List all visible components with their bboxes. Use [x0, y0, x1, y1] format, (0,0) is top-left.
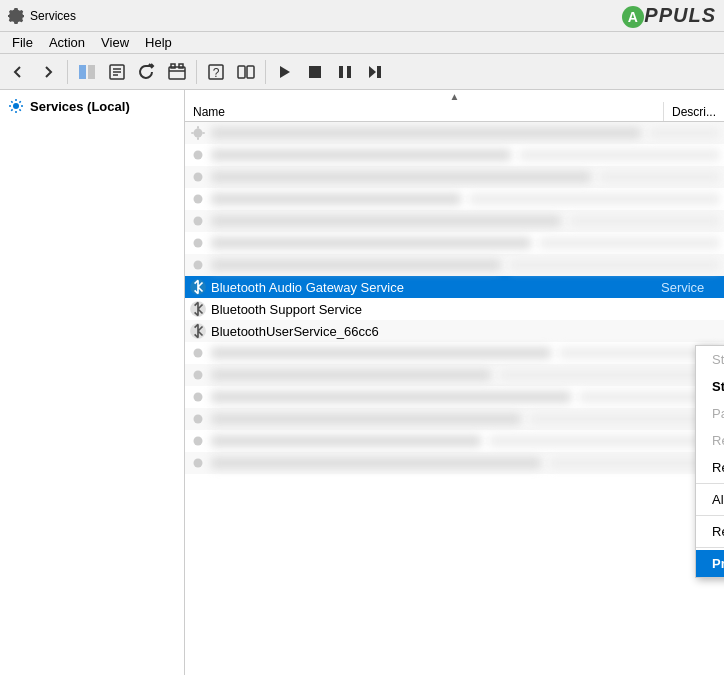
table-row[interactable] [185, 210, 724, 232]
toolbar-refresh[interactable] [133, 58, 161, 86]
context-menu-restart[interactable]: Restart [696, 454, 724, 481]
menu-action[interactable]: Action [41, 33, 93, 52]
svg-rect-7 [171, 64, 175, 68]
toolbar-properties[interactable] [103, 58, 131, 86]
appuls-logo: APPULS [622, 4, 716, 28]
toolbar-show-hide[interactable] [73, 58, 101, 86]
table-row[interactable] [185, 232, 724, 254]
svg-point-20 [13, 103, 19, 109]
svg-marker-14 [280, 66, 290, 78]
svg-point-27 [194, 261, 203, 270]
table-row-bluetooth-user[interactable]: BluetoothUserService_66cc6 [185, 320, 724, 342]
context-menu-start[interactable]: Start [696, 346, 724, 373]
svg-rect-17 [347, 66, 351, 78]
context-menu: Start Stop Pause Resume Restart All Task… [695, 345, 724, 578]
main-layout: Services (Local) ▲ Name Descri... [0, 90, 724, 675]
table-row[interactable] [185, 408, 724, 430]
svg-text:?: ? [213, 66, 220, 80]
bluetooth-support-name: Bluetooth Support Service [211, 302, 661, 317]
svg-point-33 [194, 393, 203, 402]
svg-point-26 [194, 239, 203, 248]
svg-rect-6 [169, 67, 185, 79]
context-menu-stop[interactable]: Stop [696, 373, 724, 400]
toolbar-stop-service[interactable] [301, 58, 329, 86]
svg-rect-12 [238, 66, 245, 78]
svg-point-25 [194, 217, 203, 226]
svg-rect-15 [309, 66, 321, 78]
bluetooth-audio-desc: Service [661, 280, 720, 295]
table-row-bluetooth-support[interactable]: Bluetooth Support Service [185, 298, 724, 320]
column-description[interactable]: Descri... [664, 102, 724, 121]
menu-view[interactable]: View [93, 33, 137, 52]
context-menu-sep-3 [696, 547, 724, 548]
services-local-label: Services (Local) [30, 99, 130, 114]
table-row[interactable] [185, 364, 724, 386]
services-local-item[interactable]: Services (Local) [0, 94, 184, 118]
svg-point-31 [194, 349, 203, 358]
table-row[interactable] [185, 254, 724, 276]
table-row[interactable] [185, 386, 724, 408]
svg-point-32 [194, 371, 203, 380]
svg-point-36 [194, 459, 203, 468]
context-menu-properties[interactable]: Properties [696, 550, 724, 577]
toolbar-forward[interactable] [34, 58, 62, 86]
toolbar-help[interactable]: ? [202, 58, 230, 86]
toolbar-restart-service[interactable] [361, 58, 389, 86]
svg-point-21 [194, 129, 203, 138]
context-menu-pause[interactable]: Pause [696, 400, 724, 427]
table-header: Name Descri... [185, 102, 724, 122]
table-row[interactable] [185, 342, 724, 364]
toolbar-sep-3 [265, 60, 266, 84]
menu-help[interactable]: Help [137, 33, 180, 52]
svg-point-22 [194, 151, 203, 160]
column-name[interactable]: Name [185, 102, 664, 121]
svg-rect-8 [179, 64, 183, 68]
services-list: Bluetooth Audio Gateway Service Service … [185, 122, 724, 675]
toolbar: ? [0, 54, 724, 90]
title-bar: Services APPULS [0, 0, 724, 32]
title-bar-text: Services [30, 9, 76, 23]
toolbar-export[interactable] [163, 58, 191, 86]
table-row[interactable] [185, 144, 724, 166]
svg-point-34 [194, 415, 203, 424]
svg-rect-0 [79, 65, 86, 79]
toolbar-sep-1 [67, 60, 68, 84]
table-row[interactable] [185, 452, 724, 474]
svg-rect-19 [377, 66, 381, 78]
table-row[interactable] [185, 188, 724, 210]
table-row[interactable] [185, 122, 724, 144]
right-panel: ▲ Name Descri... [185, 90, 724, 675]
svg-rect-13 [247, 66, 254, 78]
toolbar-start-service[interactable] [271, 58, 299, 86]
bluetooth-audio-name: Bluetooth Audio Gateway Service [211, 280, 661, 295]
table-row[interactable] [185, 430, 724, 452]
svg-rect-1 [88, 65, 95, 79]
toolbar-sep-2 [196, 60, 197, 84]
services-local-icon [8, 98, 24, 114]
table-row-bluetooth-audio[interactable]: Bluetooth Audio Gateway Service Service [185, 276, 724, 298]
menu-file[interactable]: File [4, 33, 41, 52]
table-row[interactable] [185, 166, 724, 188]
context-menu-refresh[interactable]: Refresh [696, 518, 724, 545]
app-icon [8, 8, 24, 24]
toolbar-pause-service[interactable] [331, 58, 359, 86]
svg-point-23 [194, 173, 203, 182]
svg-point-24 [194, 195, 203, 204]
toolbar-mmc[interactable] [232, 58, 260, 86]
context-menu-sep-1 [696, 483, 724, 484]
svg-marker-18 [369, 66, 376, 78]
context-menu-sep-2 [696, 515, 724, 516]
toolbar-back[interactable] [4, 58, 32, 86]
context-menu-all-tasks[interactable]: All Tasks › [696, 486, 724, 513]
svg-point-35 [194, 437, 203, 446]
menu-bar: File Action View Help [0, 32, 724, 54]
svg-rect-16 [339, 66, 343, 78]
left-panel: Services (Local) [0, 90, 185, 675]
logo-eye: A [622, 6, 644, 28]
bluetooth-user-name: BluetoothUserService_66cc6 [211, 324, 661, 339]
context-menu-resume[interactable]: Resume [696, 427, 724, 454]
